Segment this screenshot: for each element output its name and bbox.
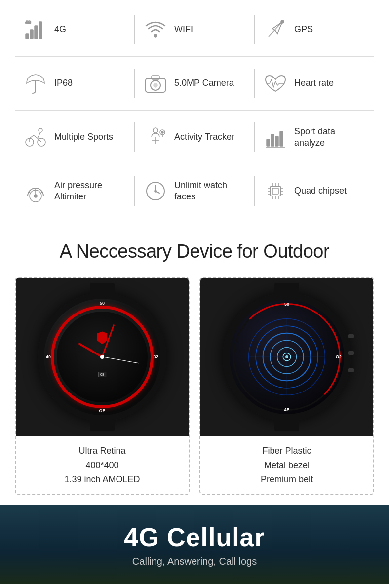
svg-text:4G: 4G [25, 20, 31, 25]
svg-point-11 [154, 83, 157, 87]
divider-h-3 [15, 164, 374, 164]
clock-icon [143, 178, 168, 204]
svg-rect-36 [272, 188, 278, 194]
watch-right-caption-line3: Premium belt [205, 472, 368, 487]
feature-activity-label: Activity Tracker [174, 131, 234, 143]
feature-watchface: Unlimit watch faces [135, 171, 254, 211]
headline-section: A Neccessary Device for Outdoor [0, 226, 389, 272]
feature-pressure-label: Air pressure Altimiter [54, 180, 102, 203]
svg-rect-24 [280, 131, 283, 146]
heart-icon [263, 71, 288, 96]
divider-h-2 [15, 110, 374, 111]
feature-sports: Multiple Sports [15, 118, 134, 157]
feature-heartrate-label: Heart rate [294, 78, 334, 89]
watch-caption-right: Fiber Plastic Metal bezel Premium belt [200, 436, 373, 494]
umbrella-icon [23, 71, 48, 96]
watch1-face: 08 [57, 312, 148, 402]
feature-camera-label: 5.0MP Camera [174, 78, 234, 89]
feature-pressure: Air pressure Altimiter [15, 171, 134, 211]
feature-4g: 4G 4G [15, 10, 134, 49]
feature-chipset-label: Quad chipset [294, 185, 347, 196]
watch-image-left: 50 OE 40 O2 [16, 278, 189, 436]
feature-ip68-label: IP68 [54, 78, 73, 89]
feature-watchface-label: Unlimit watch faces [174, 180, 227, 203]
svg-point-7 [281, 20, 284, 23]
feature-analyze-label: Sport data analyze [294, 126, 366, 149]
svg-rect-22 [271, 134, 274, 146]
svg-point-5 [154, 34, 157, 37]
section-divider [15, 221, 374, 221]
feature-wifi-label: WIFI [174, 24, 193, 35]
feature-chipset: Quad chipset [255, 171, 374, 211]
watch1-body: 50 OE 40 O2 [38, 293, 166, 421]
wifi-icon [143, 17, 168, 42]
banner-subtitle: Calling, Answering, Call logs [132, 556, 257, 567]
gps-icon [263, 17, 288, 42]
main-headline: A Neccessary Device for Outdoor [10, 241, 379, 262]
watch-card-right: 50 4E O2 [199, 277, 374, 495]
sports-icon [23, 124, 48, 150]
chip-icon [263, 178, 288, 204]
feature-wifi: WIFI [135, 10, 254, 49]
features-grid: 4G 4G WIFI [15, 10, 374, 211]
svg-point-16 [153, 128, 158, 133]
svg-rect-2 [35, 26, 38, 39]
svg-rect-3 [39, 22, 42, 39]
feature-heartrate: Heart rate [255, 64, 374, 103]
watch-left-caption-line3: 1.39 inch AMOLED [21, 472, 184, 487]
svg-point-27 [34, 195, 37, 197]
feature-sports-label: Multiple Sports [54, 131, 113, 143]
svg-point-13 [39, 128, 42, 132]
watch-left-caption-line1: Ultra Retina [21, 444, 184, 458]
chart-icon [263, 124, 288, 150]
watch-left-caption-line2: 400*400 [21, 458, 184, 472]
watches-section: 50 OE 40 O2 [0, 272, 389, 505]
watch-right-caption-line1: Fiber Plastic [205, 444, 368, 458]
watch-right-caption-line2: Metal bezel [205, 458, 368, 472]
activity-icon [143, 124, 168, 150]
feature-gps-label: GPS [294, 24, 313, 35]
svg-rect-0 [26, 34, 29, 39]
pressure-icon [23, 178, 48, 204]
camera-icon [143, 71, 168, 96]
feature-camera: 5.0MP Camera [135, 64, 254, 103]
svg-point-20 [161, 131, 163, 133]
banner-title: 4G Cellular [124, 522, 265, 552]
watch-card-left: 50 OE 40 O2 [15, 277, 190, 495]
feature-activity: Activity Tracker [135, 118, 254, 157]
svg-rect-23 [275, 136, 278, 146]
svg-rect-21 [267, 139, 270, 146]
svg-point-34 [155, 190, 156, 192]
feature-ip68: IP68 [15, 64, 134, 103]
svg-rect-1 [30, 30, 33, 39]
watch-caption-left: Ultra Retina 400*400 1.39 inch AMOLED [16, 436, 189, 494]
signal-icon: 4G [23, 17, 48, 42]
watch-image-right: 50 4E O2 [200, 278, 373, 436]
svg-line-6 [269, 22, 282, 37]
features-section: 4G 4G WIFI [0, 0, 389, 216]
feature-4g-label: 4G [54, 24, 66, 35]
watch2-body: 50 4E O2 [223, 293, 351, 421]
feature-gps: GPS [255, 10, 374, 49]
bottom-banner: 4G Cellular Calling, Answering, Call log… [0, 505, 389, 584]
divider-h-1 [15, 56, 374, 57]
svg-rect-35 [271, 186, 280, 196]
feature-analyze: Sport data analyze [255, 118, 374, 157]
